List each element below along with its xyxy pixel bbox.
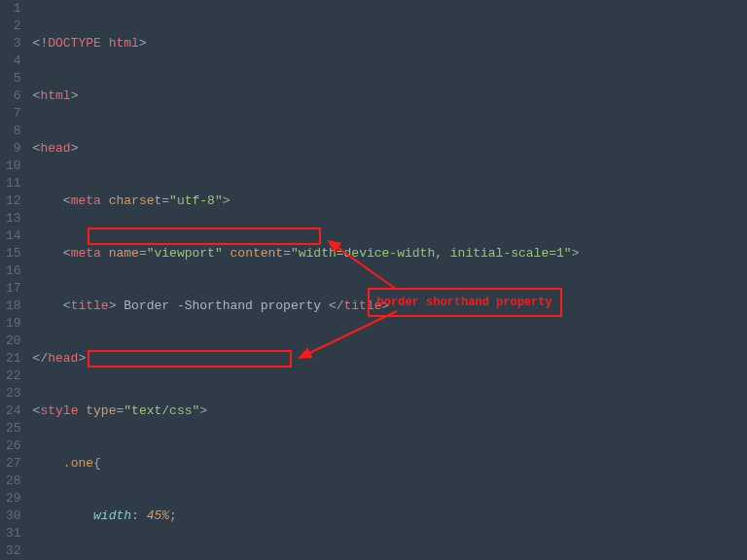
code-line: .one{ [33, 455, 580, 472]
line-number: 14 [6, 228, 21, 245]
code-line: <!DOCTYPE html> [33, 35, 580, 52]
line-number: 29 [6, 490, 21, 508]
code-line: <meta name="viewport" content="width=dev… [33, 245, 580, 262]
line-number: 24 [6, 402, 21, 420]
code-area[interactable]: <!DOCTYPE html> <html> <head> <meta char… [29, 0, 580, 560]
line-number: 17 [6, 280, 21, 298]
line-number: 6 [6, 88, 21, 105]
line-number: 10 [6, 158, 21, 175]
line-number: 32 [6, 542, 21, 560]
line-number: 2 [6, 18, 21, 35]
line-number: 16 [6, 262, 21, 280]
highlight-box-line14 [88, 228, 321, 245]
line-number: 25 [6, 420, 21, 438]
line-number: 19 [6, 315, 21, 332]
code-line: <html> [33, 88, 580, 105]
line-number: 1 [6, 0, 21, 18]
code-line: <head> [33, 140, 580, 158]
line-number: 11 [6, 175, 21, 192]
line-number: 12 [6, 192, 21, 210]
line-number: 31 [6, 525, 21, 542]
code-line: width: 45%; [33, 508, 580, 525]
line-number: 5 [6, 70, 21, 88]
line-number: 13 [6, 210, 21, 228]
line-number: 15 [6, 245, 21, 262]
line-number: 22 [6, 368, 21, 385]
code-line: <meta charset="utf-8"> [33, 192, 580, 210]
line-number: 23 [6, 385, 21, 402]
line-number: 20 [6, 332, 21, 350]
annotation-arrows [29, 0, 747, 560]
line-number-gutter: 1234567891011121314151617181920212223242… [0, 0, 29, 560]
line-number: 21 [6, 350, 21, 368]
line-number: 9 [6, 140, 21, 158]
code-line: </head> [33, 350, 580, 368]
line-number: 27 [6, 455, 21, 472]
line-number: 7 [6, 105, 21, 122]
line-number: 18 [6, 298, 21, 315]
line-number: 8 [6, 122, 21, 140]
line-number: 28 [6, 472, 21, 490]
line-number: 26 [6, 438, 21, 455]
line-number: 4 [6, 52, 21, 70]
annotation-label: border shorthand property [368, 288, 562, 317]
code-line: <style type="text/css"> [33, 402, 580, 420]
code-editor: 1234567891011121314151617181920212223242… [0, 0, 747, 560]
line-number: 30 [6, 508, 21, 525]
line-number: 3 [6, 35, 21, 52]
